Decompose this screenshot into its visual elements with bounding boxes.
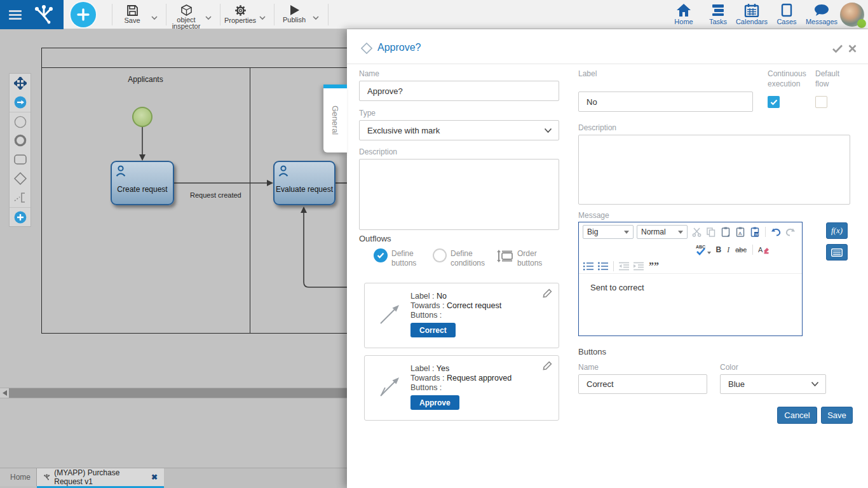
- properties-button[interactable]: Properties: [220, 0, 260, 29]
- outflow-card-yes: Label : Yes Towards : Request approved B…: [364, 355, 559, 421]
- tab-purchase-request[interactable]: (MYAPP) Purchase Request v1 ✖: [37, 468, 164, 486]
- nav-tasks[interactable]: Tasks: [704, 0, 732, 29]
- template-button[interactable]: [826, 244, 848, 261]
- app-logo-claw-icon: [32, 4, 56, 25]
- outflow-card-no: Label : No Towards : Correct request But…: [364, 283, 559, 348]
- properties-dropdown-chevron[interactable]: [259, 11, 266, 23]
- cancel-button[interactable]: Cancel: [777, 407, 817, 424]
- save-button[interactable]: Save: [114, 0, 151, 29]
- publish-dropdown-chevron[interactable]: [312, 11, 320, 23]
- tab-close-icon[interactable]: ✖: [151, 473, 158, 482]
- task-evaluate-request[interactable]: Evaluate request: [273, 161, 336, 205]
- nav-home[interactable]: Home: [670, 0, 698, 29]
- thin-circle-icon: [14, 116, 27, 128]
- undo-icon[interactable]: [770, 226, 782, 238]
- radio-define-conditions[interactable]: [433, 248, 447, 262]
- default-flow-checkbox[interactable]: [815, 96, 827, 108]
- name-input[interactable]: [359, 81, 559, 101]
- radio-define-buttons[interactable]: [374, 248, 388, 262]
- outdent-icon[interactable]: [618, 261, 630, 272]
- paragraph-style-select[interactable]: Normal: [637, 225, 688, 239]
- floppy-save-icon: [126, 4, 139, 17]
- bulleted-list-icon[interactable]: [597, 261, 609, 272]
- add-element-tool[interactable]: [10, 207, 31, 226]
- dialog-side-tab-general[interactable]: General: [323, 85, 347, 152]
- task-tool[interactable]: [10, 150, 31, 169]
- spellcheck-icon[interactable]: ABC: [695, 244, 712, 255]
- tab-home[interactable]: Home: [0, 468, 37, 486]
- edit-pencil-icon[interactable]: [543, 288, 552, 298]
- nav-calendars[interactable]: Calendars: [733, 0, 770, 29]
- flow-description-textarea[interactable]: [578, 135, 850, 205]
- flow-description-label: Description: [578, 123, 616, 132]
- nav-cases[interactable]: Cases: [773, 0, 801, 29]
- bold-button[interactable]: B: [715, 245, 723, 254]
- italic-button[interactable]: I: [726, 245, 731, 255]
- tasks-icon: [710, 3, 726, 17]
- move-tool[interactable]: [10, 74, 31, 93]
- paste-word-icon[interactable]: W: [749, 226, 761, 238]
- flow-label-input[interactable]: [578, 92, 753, 112]
- person-icon: [116, 165, 127, 177]
- confirm-check-icon[interactable]: [832, 44, 843, 53]
- process-tab-icon: [43, 473, 50, 481]
- end-event-tool[interactable]: [10, 131, 31, 150]
- strikethrough-button[interactable]: abc: [734, 246, 748, 254]
- button-color-select[interactable]: Blue: [720, 374, 826, 394]
- object-inspector-dropdown-chevron[interactable]: [205, 11, 212, 23]
- start-event-node[interactable]: [132, 107, 153, 127]
- message-content[interactable]: Sent to correct: [579, 273, 802, 336]
- diagram-canvas[interactable]: Applicants Create request Evaluate reque…: [0, 29, 347, 488]
- flow-label-label: Label: [578, 69, 597, 78]
- type-select[interactable]: Exclusive with mark: [359, 120, 559, 140]
- connector-tool[interactable]: [10, 93, 31, 112]
- remove-format-icon[interactable]: A: [757, 244, 769, 255]
- numbered-list-icon[interactable]: [583, 261, 594, 272]
- home-icon: [676, 3, 691, 17]
- blockquote-icon[interactable]: ””: [648, 261, 660, 272]
- order-buttons-icon[interactable]: [497, 250, 513, 262]
- copy-icon[interactable]: [705, 226, 717, 238]
- annotation-icon: [14, 192, 27, 203]
- publish-button[interactable]: Publish: [275, 0, 313, 29]
- annotation-tool[interactable]: [10, 188, 31, 207]
- canvas-horizontal-scrollbar[interactable]: [0, 388, 347, 398]
- font-size-select[interactable]: Big: [583, 225, 634, 239]
- start-event-tool[interactable]: [10, 112, 31, 131]
- order-buttons-label[interactable]: Order buttons: [517, 249, 552, 268]
- radio-define-conditions-label[interactable]: Define conditions: [451, 249, 494, 268]
- scrollbar-thumb[interactable]: [9, 388, 347, 398]
- task-create-request[interactable]: Create request: [111, 161, 174, 205]
- object-inspector-button[interactable]: object inspector: [167, 0, 205, 29]
- add-button[interactable]: [71, 2, 96, 27]
- paste-text-icon[interactable]: A: [735, 226, 746, 238]
- cut-icon[interactable]: [691, 226, 702, 238]
- edit-pencil-icon[interactable]: [543, 361, 552, 370]
- description-textarea[interactable]: [359, 159, 559, 230]
- hamburger-menu-icon[interactable]: [9, 10, 22, 20]
- top-toolbar: Save object inspector Properties Publish…: [0, 0, 868, 29]
- svg-text:W: W: [755, 233, 759, 236]
- rounded-rect-icon: [14, 154, 27, 165]
- correct-button[interactable]: Correct: [410, 323, 456, 337]
- formula-button[interactable]: f(x): [826, 222, 848, 239]
- indent-icon[interactable]: [633, 261, 644, 272]
- lane-label: Applicants: [41, 75, 250, 84]
- paste-icon[interactable]: [720, 226, 731, 238]
- save-dialog-button[interactable]: Save: [821, 407, 853, 424]
- button-name-input[interactable]: [578, 374, 707, 394]
- gateway-tool[interactable]: [10, 169, 31, 188]
- user-avatar[interactable]: [840, 3, 864, 27]
- nav-messages[interactable]: Messages: [803, 0, 840, 29]
- object-inspector-label: object inspector: [168, 17, 204, 29]
- toolbar-separator: [752, 245, 753, 255]
- scroll-left-button[interactable]: [0, 388, 9, 398]
- redo-icon[interactable]: [785, 226, 796, 238]
- close-icon[interactable]: [848, 44, 857, 53]
- radio-define-buttons-label[interactable]: Define buttons: [391, 249, 430, 268]
- continuous-execution-checkbox[interactable]: [768, 96, 780, 108]
- cube-icon: [180, 4, 193, 16]
- save-dropdown-chevron[interactable]: [151, 11, 158, 23]
- approve-button[interactable]: Approve: [410, 395, 459, 410]
- tab-home-label: Home: [10, 473, 31, 482]
